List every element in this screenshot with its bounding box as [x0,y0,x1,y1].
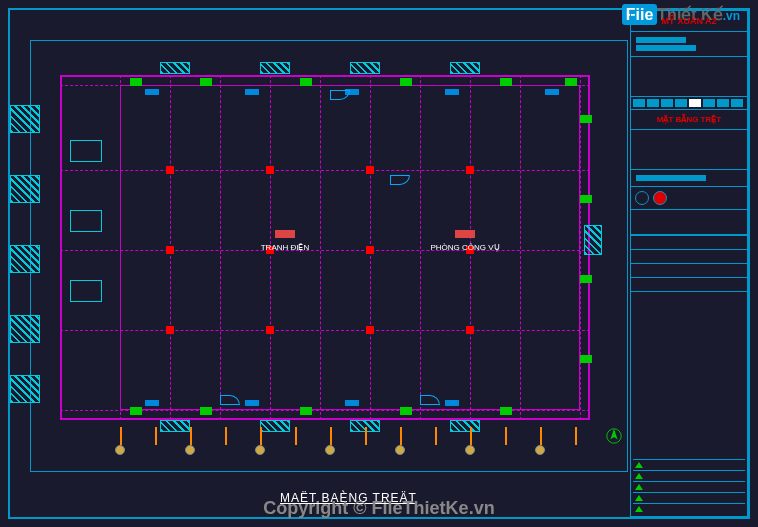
table-row [631,235,747,249]
grid-line-v [580,75,581,420]
column-mark [266,326,274,334]
grid-bubble [185,445,195,455]
grid-line-v [220,75,221,420]
tb-legend [633,459,745,514]
dimension-tick [470,427,472,445]
dimension-tick [225,427,227,445]
legend-row [633,470,745,481]
dimension-tick [435,427,437,445]
foundation-hatch [260,62,290,74]
wall-fixture [145,89,159,95]
green-marker [400,78,412,86]
green-marker [580,195,592,203]
tb-cell [731,99,743,107]
tb-field [636,45,696,51]
dimension-tick [155,427,157,445]
triangle-icon [635,495,643,501]
wall-fixture [145,400,159,406]
green-marker [300,407,312,415]
tb-cell [675,99,687,107]
triangle-icon [635,484,643,490]
watermark-copyright: Copyright © FileThietKe.vn [263,498,494,519]
tb-field [636,175,706,181]
grid-line-h [60,250,590,251]
room-tag [455,230,475,238]
grid-bubble [115,445,125,455]
tb-field [636,37,686,43]
dimension-tick [330,427,332,445]
grid-line-v [120,75,121,420]
table-row [631,263,747,277]
project-name: MỸ XUÂN A2 [631,11,747,32]
grid-line-h [60,330,590,331]
cad-canvas[interactable]: FileThiết Kế.vn [0,0,758,527]
grid-bubble [325,445,335,455]
green-marker [565,78,577,86]
wall-fixture [245,89,259,95]
column-mark [266,166,274,174]
tb-cell [647,99,659,107]
grid-bubble [465,445,475,455]
tb-circle-icon [635,191,649,205]
foundation-hatch [10,315,40,343]
tb-spacer [631,57,747,97]
dimension-tick [365,427,367,445]
dimension-tick [575,427,577,445]
grid-line-v [320,75,321,420]
column-mark [166,246,174,254]
foundation-hatch [584,225,602,255]
dimension-tick [540,427,542,445]
room-label: PHÒNG CÔNG VỤ [430,243,499,252]
dimension-tick [295,427,297,445]
green-marker [580,115,592,123]
foundation-hatch [10,105,40,133]
plan-inner-wall [120,85,580,410]
legend-row [633,481,745,492]
green-marker [500,407,512,415]
column-mark [466,326,474,334]
triangle-icon [635,462,643,468]
tb-circle-icon [653,191,667,205]
dimension-tick [190,427,192,445]
column-mark [366,166,374,174]
wall-fixture [245,400,259,406]
left-detail-box [70,140,102,162]
foundation-hatch [10,245,40,273]
left-detail-box [70,280,102,302]
dimension-tick [260,427,262,445]
legend-row [633,503,745,514]
foundation-hatch [10,375,40,403]
floor-plan[interactable]: TRANH ĐIỆN PHÒNG CÔNG VỤ [60,75,590,420]
wall-fixture [345,400,359,406]
tb-spacer [631,130,747,170]
foundation-hatch [450,62,480,74]
green-marker [500,78,512,86]
tb-spacer [631,210,747,235]
column-mark [166,326,174,334]
tb-row [631,32,747,57]
column-mark [366,326,374,334]
foundation-hatch [450,420,480,432]
grid-line-v [420,75,421,420]
tb-cell [703,99,715,107]
wall-fixture [445,400,459,406]
legend-row [633,459,745,470]
tb-cell [661,99,673,107]
wall-fixture [545,89,559,95]
foundation-hatch [10,175,40,203]
grid-line-h [60,170,590,171]
green-marker [200,407,212,415]
tb-cell [689,99,701,107]
dimension-tick [505,427,507,445]
foundation-hatch [260,420,290,432]
foundation-hatch [350,62,380,74]
green-marker [580,355,592,363]
table-row [631,277,747,291]
triangle-icon [635,473,643,479]
green-marker [130,78,142,86]
green-marker [200,78,212,86]
legend-row [633,492,745,503]
green-marker [400,407,412,415]
north-arrow-icon [605,427,623,445]
sheet-title: MẶT BẰNG TRỆT [631,110,747,130]
